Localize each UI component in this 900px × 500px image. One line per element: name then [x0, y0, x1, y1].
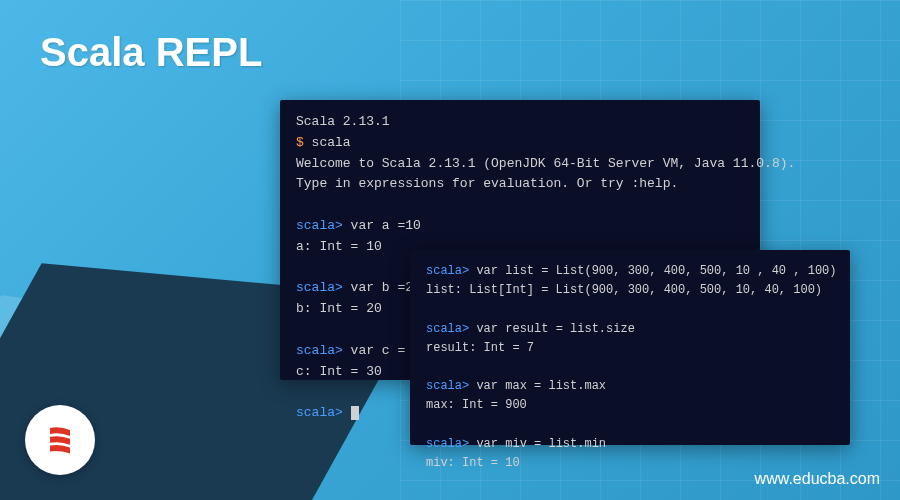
command-line: $ scala: [296, 133, 744, 154]
scala-logo-icon: [25, 405, 95, 475]
input-text: var list = List(900, 300, 400, 500, 10 ,…: [476, 264, 836, 278]
repl-output-1: list: List[Int] = List(900, 300, 400, 50…: [426, 281, 834, 300]
input-text: var a =10: [351, 218, 421, 233]
welcome-line-2: Type in expressions for evaluation. Or t…: [296, 174, 744, 195]
cursor-icon: [351, 406, 359, 420]
input-text: var result = list.size: [476, 322, 634, 336]
input-text: var miv = list.min: [476, 437, 606, 451]
blank-line: [426, 358, 834, 377]
scala-prompt: scala>: [426, 379, 476, 393]
blank-line: [296, 195, 744, 216]
scala-prompt: scala>: [296, 343, 351, 358]
command-text: scala: [312, 135, 351, 150]
shell-prompt: $: [296, 135, 312, 150]
website-link[interactable]: www.educba.com: [755, 470, 880, 488]
repl-input-4: scala> var miv = list.min: [426, 435, 834, 454]
page-title: Scala REPL: [40, 30, 262, 75]
input-text: var max = list.max: [476, 379, 606, 393]
repl-input-1: scala> var list = List(900, 300, 400, 50…: [426, 262, 834, 281]
scala-prompt: scala>: [426, 322, 476, 336]
repl-output-2: result: Int = 7: [426, 339, 834, 358]
terminal-window-2: scala> var list = List(900, 300, 400, 50…: [410, 250, 850, 445]
repl-input-1: scala> var a =10: [296, 216, 744, 237]
scala-prompt: scala>: [296, 218, 351, 233]
scala-prompt: scala>: [296, 280, 351, 295]
welcome-line-1: Welcome to Scala 2.13.1 (OpenJDK 64-Bit …: [296, 154, 744, 175]
scala-prompt: scala>: [296, 405, 351, 420]
repl-input-2: scala> var result = list.size: [426, 320, 834, 339]
scala-prompt: scala>: [426, 264, 476, 278]
repl-output-3: max: Int = 900: [426, 396, 834, 415]
scala-prompt: scala>: [426, 437, 476, 451]
blank-line: [426, 416, 834, 435]
blank-line: [426, 300, 834, 319]
version-line: Scala 2.13.1: [296, 112, 744, 133]
repl-input-3: scala> var max = list.max: [426, 377, 834, 396]
